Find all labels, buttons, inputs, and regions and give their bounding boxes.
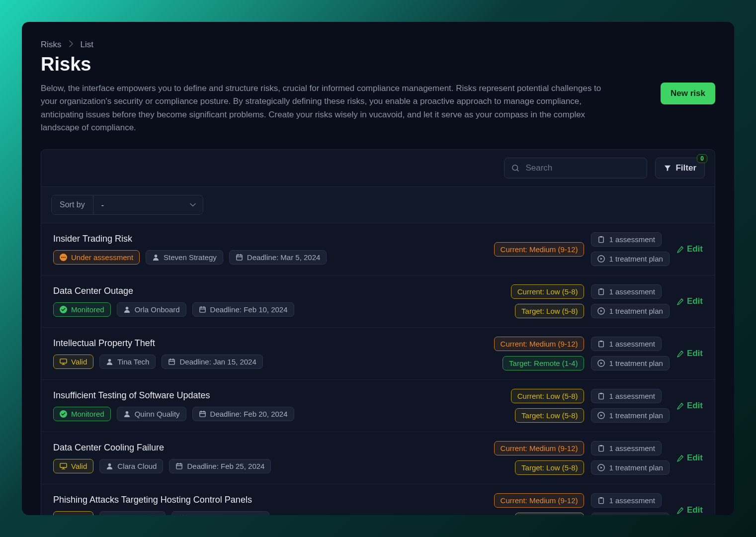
risk-row[interactable]: Data Center Outage Monitored Orla Onboar… [41,275,715,328]
risk-title: Intellectual Property Theft [53,338,484,349]
calendar-icon [199,306,206,313]
status-label: Valid [71,358,87,366]
chevron-right-icon [69,40,74,50]
edit-button[interactable]: Edit [676,401,703,411]
search-wrap [504,158,647,179]
assessments-pill[interactable]: 1 assessment [591,284,662,299]
edit-button[interactable]: Edit [676,296,703,306]
owner-name: Tina Tech [117,358,149,366]
play-circle-icon [597,255,605,263]
filter-count-badge: 0 [697,154,707,163]
risk-row[interactable]: Data Center Cooling Failure Valid Clara … [41,432,715,484]
deadline-text: Deadline: Mar 5, 2024 [189,514,263,515]
deadline-text: Deadline: Feb 10, 2024 [210,305,288,314]
assessments-count: 1 assessment [609,340,655,348]
user-icon [106,462,113,470]
risk-level-pill: Target: Remote (1-4) [503,356,584,370]
check-circle-icon [60,306,67,313]
status-label: Valid [71,462,87,470]
user-icon [106,358,113,365]
risk-level-pill: Target: Low (5-8) [515,513,584,515]
assessments-pill[interactable]: 1 assessment [591,493,662,508]
owner-name: Orla Onboard [135,305,180,314]
pencil-icon [676,298,684,305]
risk-row[interactable]: Intellectual Property Theft Valid Tina T… [41,328,715,380]
risk-level-pill: Current: Low (5-8) [511,284,585,299]
treatments-pill[interactable]: 1 treatment plan [591,460,669,475]
status-label: Monitored [71,305,104,314]
owner-pill: Clara Cloud [99,459,163,473]
user-icon [106,515,113,515]
assessments-pill[interactable]: 1 assessment [591,232,662,247]
calendar-icon [178,515,185,515]
treatments-pill[interactable]: 1 treatment plan [591,513,669,515]
treatments-pill[interactable]: 1 treatment plan [591,252,669,266]
assessments-pill[interactable]: 1 assessment [591,389,662,403]
edit-label: Edit [687,296,703,306]
edit-button[interactable]: Edit [676,244,703,254]
risk-row[interactable]: Insufficient Testing of Software Updates… [41,380,715,432]
user-icon [123,410,131,418]
deadline-text: Deadline: Jan 15, 2024 [179,358,256,366]
list-toolbar: Filter 0 [41,150,715,187]
risk-row[interactable]: Phishing Attacks Targeting Hosting Contr… [41,484,715,515]
pencil-icon [676,402,684,410]
treatments-count: 1 treatment plan [609,307,663,315]
treatments-pill[interactable]: 1 treatment plan [591,304,669,318]
pencil-icon [676,350,684,358]
search-input[interactable] [504,158,647,179]
treatments-pill[interactable]: 1 treatment plan [591,356,669,370]
breadcrumb-list[interactable]: List [81,40,93,50]
status-label: Under assessment [71,253,133,262]
owner-name: Quinn Quality [135,410,180,418]
play-circle-icon [597,464,605,471]
play-circle-icon [597,307,605,315]
deadline-pill: Deadline: Mar 5, 2024 [171,511,269,515]
owner-name: Clara Cloud [117,462,157,470]
filter-button[interactable]: Filter 0 [655,158,705,179]
edit-label: Edit [687,401,703,411]
filter-label: Filter [675,163,696,173]
calendar-icon [199,410,206,418]
new-risk-button[interactable]: New risk [661,83,715,104]
assessments-pill[interactable]: 1 assessment [591,337,662,351]
assessments-pill[interactable]: 1 assessment [591,441,662,455]
edit-button[interactable]: Edit [676,349,703,358]
assessments-count: 1 assessment [609,287,655,296]
breadcrumb-risks[interactable]: Risks [41,40,62,50]
status-label: Valid [71,514,87,515]
owner-pill: Tina Tech [99,355,156,369]
edit-label: Edit [687,349,703,358]
risk-level-pill: Current: Medium (9-12) [494,493,585,508]
treatments-pill[interactable]: 1 treatment plan [591,408,669,423]
sort-select[interactable]: - [93,196,203,214]
sort-row: Sort by - [41,187,715,223]
header-row: Risks Below, the interface empowers you … [41,54,715,134]
dots-icon [60,254,67,261]
edit-button[interactable]: Edit [676,505,703,515]
breadcrumb: Risks List [41,40,715,50]
owner-name: Steven Strategy [164,253,217,262]
monitor-icon [60,515,67,515]
filter-icon [664,164,672,172]
risk-rows: Insider Trading Risk Under assessment St… [41,223,715,515]
deadline-text: Deadline: Mar 5, 2024 [247,253,321,262]
sort-control: Sort by - [51,195,203,215]
status-pill: Valid [53,459,93,473]
deadline-pill: Deadline: Mar 5, 2024 [229,250,327,265]
user-icon [123,306,131,313]
risk-level-pill: Target: Low (5-8) [515,460,584,475]
clipboard-icon [597,445,605,452]
risk-row[interactable]: Insider Trading Risk Under assessment St… [41,223,715,275]
deadline-pill: Deadline: Jan 15, 2024 [162,355,262,369]
edit-label: Edit [687,453,703,463]
deadline-pill: Deadline: Feb 10, 2024 [192,302,294,317]
assessments-count: 1 assessment [609,392,655,400]
assessments-count: 1 assessment [609,444,655,452]
clipboard-icon [597,497,605,504]
treatments-count: 1 treatment plan [609,359,663,367]
risk-title: Insider Trading Risk [53,234,484,244]
risk-title: Data Center Cooling Failure [53,443,484,453]
risk-level-pill: Target: Low (5-8) [515,408,584,423]
edit-button[interactable]: Edit [676,453,703,463]
